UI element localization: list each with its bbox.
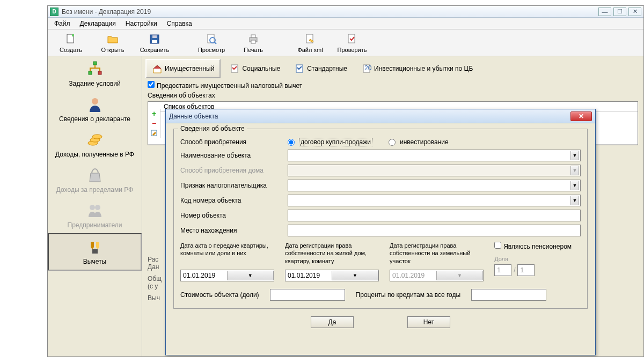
taxpayer-sign-label: Признак налогоплательщика [180, 182, 282, 189]
xml-file-icon [304, 33, 317, 46]
toolbar-xml[interactable]: Файл xml [291, 31, 329, 55]
dropdown-arrow-icon: ▼ [570, 166, 579, 175]
close-button[interactable]: ✕ [628, 8, 641, 16]
obj-name-label: Наименование объекта [180, 152, 282, 159]
edit-object-button[interactable] [148, 128, 160, 138]
sidebar-deductions[interactable]: Вычеты [48, 233, 142, 271]
app-icon: D [50, 8, 58, 16]
provide-deduction-row: Предоставить имущественный налоговый выч… [143, 80, 642, 91]
toolbar-open[interactable]: Открыть [94, 31, 131, 55]
toolbar-preview[interactable]: Просмотр [193, 31, 230, 55]
fieldset-legend: Сведения об объекте [178, 125, 247, 132]
taxpayer-sign-combo[interactable]: ▼ [288, 180, 581, 191]
location-label: Место нахождения [180, 227, 282, 234]
interest-label: Проценты по кредитам за все годы [356, 291, 461, 299]
dropdown-arrow-icon: ▼ [570, 196, 579, 205]
svg-point-19 [92, 135, 102, 139]
new-file-icon [64, 33, 77, 46]
window-controls: — ☐ ✕ [598, 8, 641, 16]
cost-input[interactable] [270, 289, 345, 301]
no-button[interactable]: Нет [407, 316, 450, 328]
house-method-combo: ▼ [288, 165, 581, 176]
share-numerator: 1 [494, 264, 511, 276]
sidebar-income-rf[interactable]: Доходы, полученные в РФ [48, 127, 142, 162]
preview-icon [205, 33, 218, 46]
tab-social[interactable]: Социальные [224, 60, 286, 77]
sidebar: Задание условий Сведения о декларанте До… [48, 56, 142, 356]
person-icon [86, 96, 104, 113]
pensioner-checkbox[interactable]: Являюсь пенсионером [494, 242, 572, 250]
tab-property[interactable]: Имущественный [145, 59, 221, 78]
dialog-close-button[interactable]: ✕ [570, 111, 592, 121]
tab-invest[interactable]: 20..Инвестиционные и убытки по ЦБ [356, 60, 478, 77]
save-icon [148, 33, 161, 46]
people-icon [86, 202, 104, 219]
date2-input[interactable]: 01.01.2019▼ [285, 270, 379, 281]
menu-settings[interactable]: Настройки [121, 19, 162, 28]
bag-icon [86, 167, 104, 184]
remove-object-button[interactable]: − [148, 118, 160, 128]
dropdown-arrow-icon: ▼ [570, 181, 579, 190]
objects-section-label: Сведения об объектах [143, 91, 642, 100]
house-method-label: Способ приобретения дома [180, 167, 282, 174]
edit-icon [150, 129, 158, 137]
invest-icon: 20.. [361, 63, 372, 74]
radio-sale[interactable]: договор купли-продажи [288, 138, 372, 146]
yes-button[interactable]: Да [311, 316, 354, 328]
object-data-dialog: Данные объекта ✕ Сведения об объекте Спо… [165, 109, 596, 355]
menubar: Файл Декларация Настройки Справка [48, 18, 643, 29]
object-info-fieldset: Сведения об объекте Способ приобретения … [173, 129, 588, 309]
svg-rect-13 [93, 62, 97, 65]
svg-rect-9 [251, 35, 255, 38]
social-icon [229, 63, 240, 74]
deduction-tabs: Имущественный Социальные Стандартные 20.… [143, 57, 642, 80]
svg-rect-22 [92, 249, 98, 254]
dropdown-arrow-icon: ▼ [332, 271, 379, 280]
share-label: Доля [494, 256, 581, 262]
coins-icon [86, 131, 104, 148]
date2-label: Дата регистрации права собственности на … [285, 242, 379, 267]
date3-input: 01.01.2019▼ [390, 270, 484, 281]
acq-method-label: Способ приобретения [180, 138, 282, 146]
minimize-button[interactable]: — [598, 8, 611, 16]
maximize-button[interactable]: ☐ [613, 8, 626, 16]
obj-number-label: Номер объекта [180, 212, 282, 219]
window-title: Без имени - Декларация 2019 [62, 8, 598, 16]
svg-rect-10 [251, 40, 255, 43]
obj-number-input[interactable] [288, 210, 581, 221]
sidebar-income-abroad: Доходы за пределами РФ [48, 162, 142, 198]
dropdown-arrow-icon: ▼ [227, 271, 274, 280]
svg-rect-14 [89, 71, 92, 75]
radio-invest[interactable]: инвестирование [389, 138, 449, 146]
menu-declaration[interactable]: Декларация [76, 19, 120, 28]
toolbar-create[interactable]: Создать [52, 31, 90, 55]
svg-rect-1 [72, 34, 74, 36]
obj-name-combo[interactable]: ▼ [288, 150, 581, 161]
dialog-title: Данные объекта [169, 113, 570, 120]
provide-deduction-checkbox[interactable]: Предоставить имущественный налоговый выч… [148, 82, 302, 90]
sidebar-conditions[interactable]: Задание условий [48, 56, 142, 92]
add-object-button[interactable]: + [148, 109, 160, 118]
toolbar-save[interactable]: Сохранить [136, 31, 173, 55]
svg-rect-4 [152, 35, 157, 38]
menu-file[interactable]: Файл [50, 19, 75, 28]
standard-icon [294, 63, 305, 74]
interest-input[interactable] [471, 289, 546, 301]
toolbar: Создать Открыть Сохранить Просмотр Печат… [48, 29, 643, 56]
location-input[interactable] [288, 225, 581, 236]
tab-standard[interactable]: Стандартные [289, 60, 353, 77]
print-icon [247, 33, 260, 46]
date1-input[interactable]: 01.01.2019▼ [180, 270, 274, 281]
obj-code-combo[interactable]: ▼ [288, 195, 581, 206]
svg-line-7 [214, 42, 216, 44]
menu-help[interactable]: Справка [163, 19, 196, 28]
titlebar: D Без имени - Декларация 2019 — ☐ ✕ [48, 6, 643, 18]
dialog-titlebar: Данные объекта ✕ [166, 109, 595, 123]
toolbar-print[interactable]: Печать [235, 31, 272, 55]
sidebar-declarant[interactable]: Сведения о декларанте [48, 92, 142, 127]
svg-rect-15 [98, 71, 101, 75]
svg-rect-12 [348, 34, 355, 43]
open-folder-icon [106, 33, 119, 46]
toolbar-check[interactable]: Проверить [333, 31, 371, 55]
sidebar-entrepreneur: Предприниматели [48, 198, 142, 233]
